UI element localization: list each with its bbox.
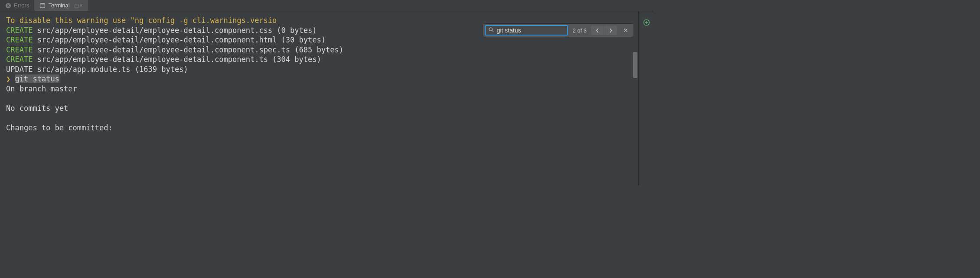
branch-line: On branch master [6,84,634,94]
update-word: UPDATE [6,65,33,74]
search-icon [488,27,494,34]
find-count: 2 of 3 [572,27,587,34]
find-prev-button[interactable] [591,26,604,35]
prompt-command: git status [15,74,59,83]
svg-point-3 [489,28,492,31]
svg-rect-2 [40,3,45,5]
terminal-panel: To disable this warning use "ng config -… [0,11,639,185]
side-gutter [639,11,653,185]
tab-terminal[interactable]: Terminal ▢ × [34,0,88,11]
error-icon [5,3,11,9]
tab-close-icon[interactable]: × [80,3,83,9]
find-input[interactable] [497,27,572,34]
changes-line: Changes to be committed: [6,123,634,133]
tab-popout-icon[interactable]: ▢ [74,3,79,9]
create-html-line: src/app/employee-detail/employee-detail.… [33,36,326,44]
tab-errors[interactable]: Errors [0,0,34,11]
create-ts-line: src/app/employee-detail/employee-detail.… [33,55,321,64]
update-line: src/app/app.module.ts (1639 bytes) [33,65,188,74]
create-css-line: src/app/employee-detail/employee-detail.… [33,26,317,35]
scrollbar-thumb[interactable] [633,52,637,78]
tab-terminal-label: Terminal [48,2,69,9]
find-input-wrap [485,25,568,36]
add-button[interactable] [643,19,650,27]
find-bar: 2 of 3 ✕ [483,23,634,37]
warning-line: To disable this warning use "ng config -… [6,16,277,25]
find-nav [591,26,617,35]
prompt-char: ❯ [6,74,10,83]
find-next-button[interactable] [604,26,617,35]
create-word: CREATE [6,45,33,54]
create-spec-line: src/app/employee-detail/employee-detail.… [33,45,343,54]
create-word: CREATE [6,26,33,35]
create-word: CREATE [6,55,33,64]
tab-bar: Errors Terminal ▢ × [0,0,653,11]
create-word: CREATE [6,36,33,44]
find-close-button[interactable]: ✕ [621,27,630,34]
tab-errors-label: Errors [14,2,29,9]
nocommits-line: No commits yet [6,103,634,113]
terminal-icon [39,3,46,9]
svg-line-4 [492,30,493,32]
tab-controls: ▢ × [74,3,83,9]
